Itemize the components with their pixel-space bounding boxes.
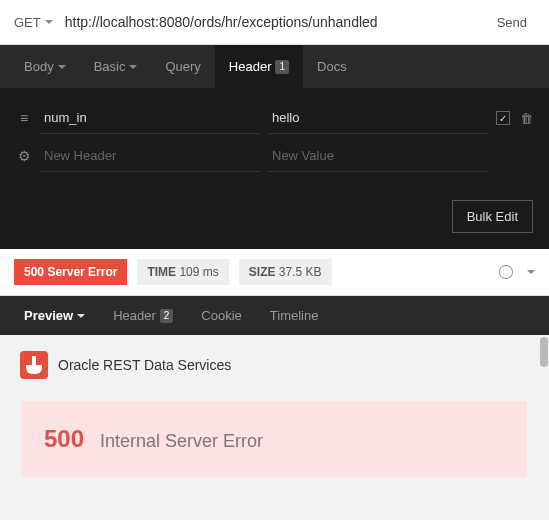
- tab-label: Header: [113, 308, 156, 323]
- time-label: TIME: [147, 265, 176, 279]
- tab-basic[interactable]: Basic: [80, 45, 152, 88]
- url-input[interactable]: [61, 10, 481, 34]
- header-key-input[interactable]: [40, 102, 260, 134]
- tab-label: Preview: [24, 308, 73, 323]
- tab-label: Header: [229, 59, 272, 74]
- size-label: SIZE: [249, 265, 276, 279]
- caret-down-icon: [45, 20, 53, 24]
- new-header-value-input[interactable]: [268, 140, 488, 172]
- method-label: GET: [14, 15, 41, 30]
- tab-label: Basic: [94, 59, 126, 74]
- send-button[interactable]: Send: [489, 11, 535, 34]
- response-status-bar: 500 Server Error TIME 109 ms SIZE 37.5 K…: [0, 249, 549, 296]
- error-message: Internal Server Error: [100, 431, 263, 452]
- header-row-new: ⚙ 🗑: [16, 140, 533, 172]
- tab-label: Query: [165, 59, 200, 74]
- header-enabled-checkbox[interactable]: ✓: [496, 111, 510, 125]
- ords-logo-icon: [20, 351, 48, 379]
- size-value: 37.5 KB: [279, 265, 322, 279]
- gear-icon[interactable]: ⚙: [16, 148, 32, 164]
- tab-query[interactable]: Query: [151, 45, 214, 88]
- header-row: ≡ ✓ 🗑: [16, 102, 533, 134]
- time-value: 109 ms: [179, 265, 218, 279]
- time-pill: TIME 109 ms: [137, 259, 228, 285]
- size-pill: SIZE 37.5 KB: [239, 259, 332, 285]
- caret-down-icon[interactable]: [527, 270, 535, 274]
- tab-resp-header[interactable]: Header 2: [99, 296, 187, 335]
- caret-down-icon: [58, 65, 66, 69]
- resp-header-count-badge: 2: [160, 309, 174, 323]
- status-text: Server Error: [47, 265, 117, 279]
- tab-label: Timeline: [270, 308, 319, 323]
- error-code: 500: [44, 425, 84, 453]
- ords-header: Oracle REST Data Services: [0, 335, 549, 395]
- headers-panel: ≡ ✓ 🗑 ⚙ 🗑 Bulk Edit: [0, 88, 549, 249]
- url-bar: GET Send: [0, 0, 549, 45]
- bulk-edit-button[interactable]: Bulk Edit: [452, 200, 533, 233]
- caret-down-icon: [77, 314, 85, 318]
- tab-label: Docs: [317, 59, 347, 74]
- tab-preview[interactable]: Preview: [10, 296, 99, 335]
- ords-title: Oracle REST Data Services: [58, 357, 231, 373]
- header-value-input[interactable]: [268, 102, 488, 134]
- response-tabs: Preview Header 2 Cookie Timeline: [0, 296, 549, 335]
- status-badge: 500 Server Error: [14, 259, 127, 285]
- tab-header[interactable]: Header 1: [215, 45, 303, 88]
- tab-cookie[interactable]: Cookie: [187, 296, 255, 335]
- trash-icon[interactable]: 🗑: [520, 111, 533, 126]
- header-count-badge: 1: [275, 60, 289, 74]
- tab-docs[interactable]: Docs: [303, 45, 361, 88]
- scrollbar-thumb[interactable]: [540, 337, 548, 367]
- error-box: 500 Internal Server Error: [22, 401, 527, 477]
- response-preview: Oracle REST Data Services 500 Internal S…: [0, 335, 549, 520]
- new-header-key-input[interactable]: [40, 140, 260, 172]
- drag-handle-icon[interactable]: ≡: [16, 110, 32, 126]
- tab-label: Cookie: [201, 308, 241, 323]
- tab-body[interactable]: Body: [10, 45, 80, 88]
- request-tabs: Body Basic Query Header 1 Docs: [0, 45, 549, 88]
- tab-timeline[interactable]: Timeline: [256, 296, 333, 335]
- method-select[interactable]: GET: [14, 15, 53, 30]
- tab-label: Body: [24, 59, 54, 74]
- caret-down-icon: [129, 65, 137, 69]
- status-code: 500: [24, 265, 44, 279]
- circle-icon[interactable]: [499, 265, 513, 279]
